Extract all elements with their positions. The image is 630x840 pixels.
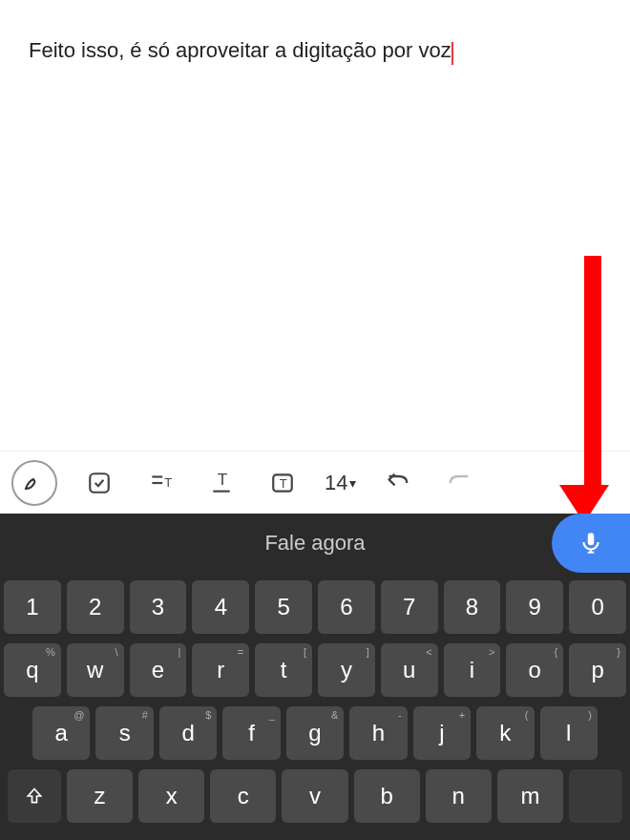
key-f[interactable]: _f [222, 706, 280, 760]
key-r[interactable]: =r [192, 643, 249, 697]
editor-area[interactable]: Feito isso, é só aproveitar a digitação … [0, 0, 630, 451]
key-p[interactable]: }p [569, 643, 626, 697]
microphone-button[interactable] [552, 514, 630, 573]
key-o[interactable]: {o [506, 643, 563, 697]
redo-button[interactable] [440, 464, 478, 502]
key-a[interactable]: @a [32, 706, 90, 760]
keyboard-row-asdf: @a #s $d _f &g -h +j (k )l [4, 706, 626, 760]
text-cursor [452, 42, 453, 65]
key-z[interactable]: z [67, 769, 133, 823]
microphone-icon [578, 531, 603, 556]
key-l[interactable]: )l [540, 706, 598, 760]
checkbox-tool-button[interactable] [80, 464, 118, 502]
undo-button[interactable] [379, 464, 417, 502]
keyboard-row-qwerty: %q \w |e =r [t ]y <u >i {o }p [4, 643, 626, 697]
key-n[interactable]: n [426, 769, 492, 823]
key-i[interactable]: >i [444, 643, 501, 697]
key-c[interactable]: c [210, 769, 276, 823]
svg-text:T: T [164, 475, 172, 490]
keyboard-row-numbers: 1 2 3 4 5 6 7 8 9 0 [4, 580, 626, 634]
undo-icon [385, 470, 411, 496]
svg-text:T: T [280, 476, 287, 491]
key-1[interactable]: 1 [4, 580, 61, 634]
underline-tool-button[interactable]: T [202, 464, 241, 502]
key-s[interactable]: #s [95, 706, 153, 760]
editor-toolbar: T T T 14 ▾ [0, 451, 630, 514]
key-2[interactable]: 2 [67, 580, 124, 634]
key-q[interactable]: %q [4, 643, 61, 697]
key-0[interactable]: 0 [569, 580, 626, 634]
voice-input-bar: Fale agora [0, 514, 630, 573]
key-3[interactable]: 3 [130, 580, 187, 634]
checkbox-icon [87, 471, 112, 495]
key-b[interactable]: b [354, 769, 420, 823]
indent-tool-button[interactable]: T [141, 464, 179, 502]
key-k[interactable]: (k [476, 706, 534, 760]
key-m[interactable]: m [497, 769, 563, 823]
editor-text: Feito isso, é só aproveitar a digitação … [29, 38, 452, 62]
key-x[interactable]: x [138, 769, 204, 823]
shift-icon [25, 787, 44, 806]
dropdown-arrow-icon: ▾ [349, 475, 356, 491]
key-5[interactable]: 5 [255, 580, 312, 634]
pen-tool-button[interactable] [11, 460, 57, 506]
on-screen-keyboard: 1 2 3 4 5 6 7 8 9 0 %q \w |e =r [t ]y <u… [0, 573, 630, 840]
redo-icon [446, 470, 472, 496]
textbox-icon: T [270, 471, 295, 495]
key-y[interactable]: ]y [318, 643, 375, 697]
key-e[interactable]: |e [130, 643, 187, 697]
font-size-selector[interactable]: 14 ▾ [325, 471, 356, 495]
textbox-tool-button[interactable]: T [263, 464, 302, 502]
key-9[interactable]: 9 [506, 580, 563, 634]
key-d[interactable]: $d [159, 706, 217, 760]
keyboard-row-zxcv: z x c v b n m [4, 769, 626, 823]
key-t[interactable]: [t [255, 643, 312, 697]
key-j[interactable]: +j [413, 706, 471, 760]
shift-key[interactable] [8, 769, 61, 823]
key-6[interactable]: 6 [318, 580, 375, 634]
key-w[interactable]: \w [67, 643, 124, 697]
underline-text-icon: T [209, 471, 234, 495]
key-v[interactable]: v [282, 769, 347, 823]
svg-rect-0 [90, 473, 109, 493]
key-u[interactable]: <u [381, 643, 438, 697]
backspace-key[interactable] [569, 769, 622, 823]
key-h[interactable]: -h [349, 706, 407, 760]
font-size-value: 14 [325, 471, 347, 495]
key-7[interactable]: 7 [381, 580, 438, 634]
indent-icon: T [148, 471, 173, 495]
pen-icon [23, 472, 46, 494]
voice-prompt-text: Fale agora [0, 531, 630, 556]
key-8[interactable]: 8 [444, 580, 501, 634]
svg-text:T: T [218, 471, 228, 489]
key-4[interactable]: 4 [192, 580, 249, 634]
key-g[interactable]: &g [286, 706, 344, 760]
